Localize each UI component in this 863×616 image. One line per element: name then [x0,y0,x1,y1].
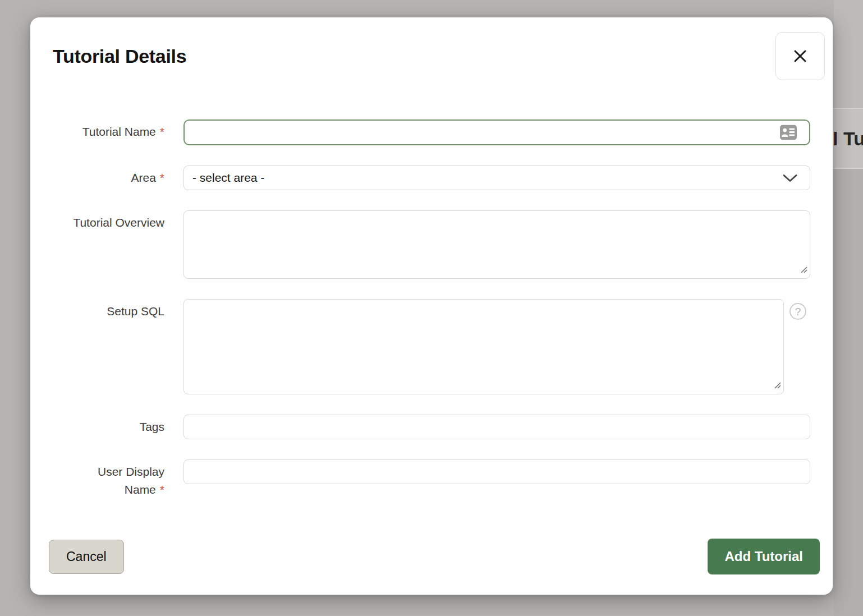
required-asterisk: * [160,171,164,184]
tags-label: Tags [53,415,164,436]
tutorial-overview-label: Tutorial Overview [53,210,164,232]
row-setup-sql: Setup SQL ? [53,299,810,394]
resize-grip-icon[interactable] [773,381,781,391]
setup-sql-textarea[interactable] [183,299,784,394]
close-button[interactable] [775,32,825,80]
area-selected-option: - select area - [192,171,264,185]
tutorial-form: Tutorial Name* [53,119,810,574]
user-display-name-input[interactable] [183,459,810,484]
add-tutorial-button[interactable]: Add Tutorial [708,539,820,574]
modal-footer: Cancel Add Tutorial [49,539,820,574]
area-select[interactable]: - select area - [183,166,810,190]
setup-sql-label: Setup SQL [53,299,164,320]
row-user-display-name: User Display Name* [53,459,810,499]
help-icon[interactable]: ? [789,303,806,320]
row-tags: Tags [53,415,810,439]
row-area: Area* - select area - [53,166,810,190]
tutorial-name-label: Tutorial Name* [53,119,164,141]
row-tutorial-overview: Tutorial Overview [53,210,810,279]
required-asterisk: * [160,483,164,496]
tags-input[interactable] [183,415,810,439]
close-icon [792,48,809,65]
tutorial-overview-textarea[interactable] [183,210,810,279]
background-panel-bottom [834,169,863,616]
row-tutorial-name: Tutorial Name* [53,119,810,145]
screen: l Tu Tutorial Details Tutorial Name* [0,0,863,616]
area-label: Area* [53,166,164,187]
required-asterisk: * [160,125,164,138]
page-title: Tutorial Details [53,44,810,68]
background-panel-top [834,0,863,108]
contact-card-autofill-icon[interactable] [780,125,797,140]
tutorial-details-modal: Tutorial Details Tutorial Name* [30,17,833,595]
background-heading-fragment: l Tu [833,128,863,150]
cancel-button[interactable]: Cancel [49,540,124,574]
tutorial-name-input[interactable] [183,119,810,145]
resize-grip-icon[interactable] [800,265,807,275]
user-display-name-label: User Display Name* [53,459,164,499]
